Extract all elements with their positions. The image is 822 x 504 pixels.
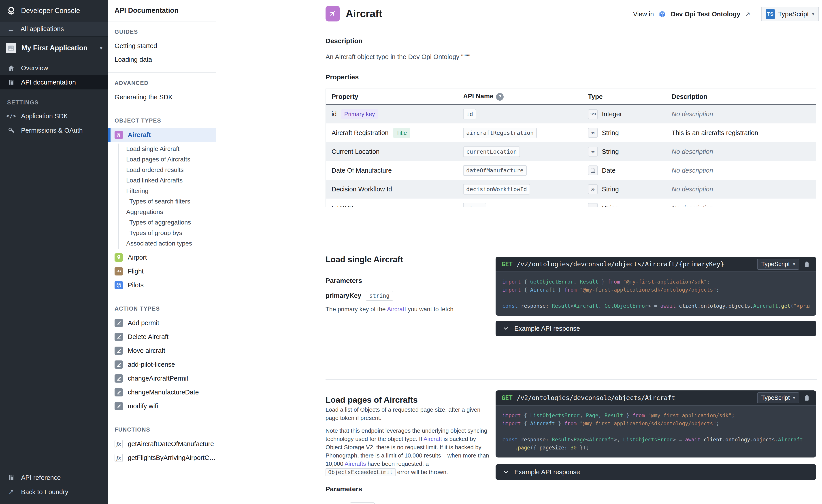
description-text: An Aircraft object type in the Dev Opi O… xyxy=(326,53,470,61)
code-language-selector[interactable]: TypeScript ▾ xyxy=(757,259,799,270)
docnav-item-add-permit[interactable]: Add permit xyxy=(108,316,216,330)
all-applications-back[interactable]: ← All applications xyxy=(0,21,108,37)
arrow-up-right-icon[interactable]: ↗ xyxy=(745,10,750,18)
code-line: import { Aircraft } from "@my-first-appl… xyxy=(502,286,809,294)
sidebar-item-application-sdk[interactable]: </>Application SDK xyxy=(0,109,108,123)
properties-heading: Properties xyxy=(326,73,359,81)
application-switcher[interactable]: My First Application ▾ xyxy=(0,43,108,53)
nav-section-action-types: ACTION TYPESAdd permitDelete AircraftMov… xyxy=(108,298,216,419)
nav-section-advanced: ADVANCEDGenerating the SDK xyxy=(108,73,216,110)
code-panel-load-single: GET /v2/ontologies/devconsole/objects/Ai… xyxy=(496,257,816,316)
docnav-subitem-types-of-aggregations[interactable]: Types of aggregations xyxy=(118,217,216,228)
example-response-toggle[interactable]: Example API response xyxy=(496,464,816,480)
docnav-item-generating-the-sdk[interactable]: Generating the SDK xyxy=(108,90,216,104)
settings-section-label: SETTINGS xyxy=(0,99,108,106)
docnav-subitem-load-linked-aircrafts[interactable]: Load linked Aircrafts xyxy=(118,175,216,186)
home-icon xyxy=(7,64,15,72)
code-snippet[interactable]: import { GetObjectError, Result } from "… xyxy=(496,272,816,316)
sidebar-item-overview[interactable]: Overview xyxy=(0,61,108,75)
object-link[interactable]: Aircraft xyxy=(424,436,442,442)
docnav-item-getting-started[interactable]: Getting started xyxy=(108,39,216,53)
property-name: Current Location xyxy=(332,148,379,155)
docnav-item-modify-wifi[interactable]: modify wifi xyxy=(108,399,216,413)
property-description: No description xyxy=(672,110,713,118)
docnav-subitem-aggregations[interactable]: Aggregations xyxy=(118,207,216,217)
docnav-item-getflightsbyarrivingairportc[interactable]: fxgetFlightsByArrivingAirportC… xyxy=(108,451,216,465)
parameters-heading: Parameters xyxy=(326,277,362,284)
action-icon xyxy=(114,360,123,369)
copy-icon[interactable] xyxy=(803,394,810,401)
section-divider xyxy=(326,230,817,230)
docnav-subitem-associated-action-types[interactable]: Associated action types xyxy=(118,238,216,249)
docnav-subitem-load-pages-of-aircrafts[interactable]: Load pages of Aircrafts xyxy=(118,154,216,165)
docnav-item-aircraft[interactable]: ✈Aircraft xyxy=(108,128,216,142)
docnav-subitem-types-of-group-bys[interactable]: Types of group bys xyxy=(118,228,216,238)
docnav-item-changeaircraftpermit[interactable]: changeAircraftPermit xyxy=(108,371,216,385)
copy-icon[interactable] xyxy=(803,260,810,268)
chevron-down-icon xyxy=(503,325,509,332)
table-row-date-of-manufacture: Date Of ManufacturedateOfManufactureDate… xyxy=(326,161,816,180)
parameter-name: primaryKey xyxy=(326,292,361,299)
properties-table: Property API Name? Type Description idPr… xyxy=(326,89,816,207)
object-link[interactable]: Aircrafts xyxy=(345,460,366,467)
action-icon xyxy=(114,333,123,341)
docnav-item-getaircraftdateofmanufacture[interactable]: fxgetAircraftDateOfManufacture xyxy=(108,437,216,451)
docnav-item-pilots[interactable]: Pilots xyxy=(108,278,216,292)
help-icon[interactable]: ? xyxy=(496,93,504,101)
flight-icon xyxy=(114,267,123,275)
api-name-chip: dateOfManufacture xyxy=(463,165,527,176)
code-language-selector[interactable]: TypeScript ▾ xyxy=(757,392,799,403)
sidebar-item-back-to-foundry[interactable]: ↗Back to Foundry xyxy=(0,485,108,499)
app-title: Developer Console xyxy=(21,7,80,15)
docnav-item-airport[interactable]: Airport xyxy=(108,250,216,264)
developer-console-page: Developer Console ← All applications My … xyxy=(0,0,822,504)
endpoint-header: GET /v2/ontologies/devconsole/objects/Ai… xyxy=(496,390,816,406)
sidebar-item-api-documentation[interactable]: API documentation xyxy=(0,75,108,89)
app-sidebar-settings: </>Application SDKPermissions & OAuth xyxy=(0,109,108,138)
docnav-item-move-aircraft[interactable]: Move aircraft xyxy=(108,344,216,358)
section-heading: Load pages of Aircrafts xyxy=(326,395,418,405)
api-name-chip: etops xyxy=(463,203,486,207)
docnav-item-add-pilot-license[interactable]: add-pilot-license xyxy=(108,358,216,371)
docnav-item-changemanufacturedate[interactable]: changeManufactureDate xyxy=(108,385,216,399)
fx-icon: fx xyxy=(114,440,123,448)
action-icon xyxy=(114,319,123,327)
api-name-chip: aircraftRegistration xyxy=(463,128,537,138)
ontology-link[interactable]: Dev Opi Test Ontology xyxy=(671,11,740,18)
col-api-name: API Name? xyxy=(457,89,582,105)
object-link[interactable]: Aircraft xyxy=(387,306,406,313)
docnav-subitem-filtering[interactable]: Filtering xyxy=(118,186,216,196)
sidebar-item-permissions-oauth[interactable]: Permissions & OAuth xyxy=(0,123,108,138)
developer-console-logo-icon xyxy=(6,6,16,16)
code-snippet[interactable]: import { ListObjectsError, Page, Result … xyxy=(496,406,816,457)
properties-table-viewport[interactable]: Property API Name? Type Description idPr… xyxy=(326,89,816,207)
parameter-type-chip: string xyxy=(366,291,393,301)
docnav-subitem-load-single-aircraft[interactable]: Load single Aircraft xyxy=(118,144,216,154)
endpoint-path: /v2/ontologies/devconsole/objects/Aircra… xyxy=(517,394,753,402)
property-name: Aircraft Registration xyxy=(332,129,389,137)
application-name: My First Application xyxy=(21,44,94,52)
docnav-item-delete-aircraft[interactable]: Delete Aircraft xyxy=(108,330,216,344)
code-panel-load-pages: GET /v2/ontologies/devconsole/objects/Ai… xyxy=(496,390,816,457)
aircraft-icon: ✈ xyxy=(114,131,123,139)
sidebar-item-api-reference[interactable]: API reference xyxy=(0,470,108,485)
app-sidebar-footer: API reference↗Back to Foundry xyxy=(0,467,108,504)
type-label: String xyxy=(602,204,619,207)
docnav-subitem-load-ordered-results[interactable]: Load ordered results xyxy=(118,165,216,175)
language-selector[interactable]: TS TypeScript ▾ xyxy=(761,7,819,21)
code-line: const response: Result<Aircraft, GetObje… xyxy=(502,302,809,310)
type-quote-icon: ” xyxy=(588,184,598,194)
code-line: import { ListObjectsError, Page, Result … xyxy=(502,411,809,419)
docnav-subitem-types-of-search-filters[interactable]: Types of search filters xyxy=(118,196,216,207)
api-name-chip: id xyxy=(463,109,476,119)
type-quote-icon: ” xyxy=(588,203,598,207)
docnav-item-loading-data[interactable]: Loading data xyxy=(108,53,216,66)
docnav-item-flight[interactable]: Flight xyxy=(108,264,216,278)
ontology-cube-icon xyxy=(658,10,666,18)
type-quote-icon: ” xyxy=(588,128,598,138)
example-response-toggle[interactable]: Example API response xyxy=(496,321,816,336)
page-header: ✈ Aircraft xyxy=(326,6,382,21)
property-description: This is an aircrafts registration xyxy=(672,129,758,136)
table-row-etops: ETOPSetops”StringNo description xyxy=(326,199,816,207)
property-badge: Title xyxy=(393,128,410,138)
